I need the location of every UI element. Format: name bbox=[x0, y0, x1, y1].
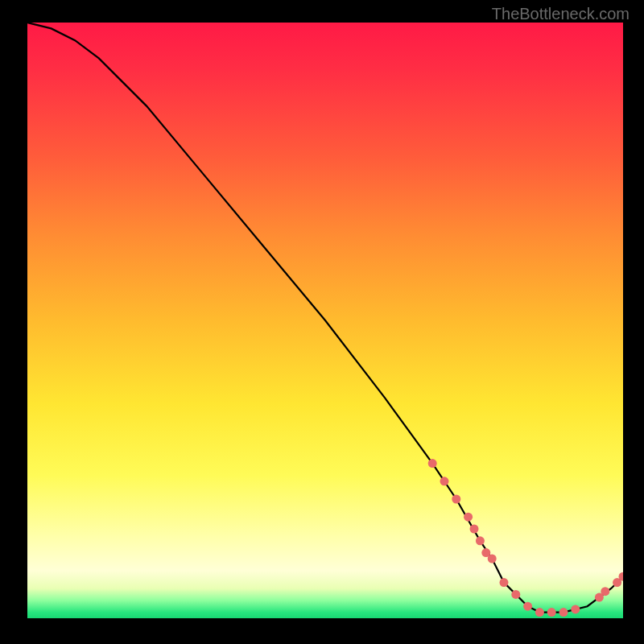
chart-plot-area bbox=[27, 23, 623, 618]
marker-dot bbox=[440, 477, 449, 485]
marker-dot bbox=[511, 590, 520, 599]
watermark-text: TheBottleneck.com bbox=[492, 5, 630, 23]
marker-dot bbox=[535, 608, 544, 617]
marker-dot bbox=[428, 459, 437, 468]
marker-dot bbox=[500, 578, 509, 587]
curve-line bbox=[27, 23, 623, 613]
marker-dot bbox=[571, 605, 580, 613]
chart-svg bbox=[27, 23, 623, 618]
marker-dot bbox=[559, 608, 568, 617]
marker-dot bbox=[523, 602, 532, 611]
marker-dot bbox=[476, 536, 485, 545]
marker-dot bbox=[488, 555, 497, 564]
curve-markers bbox=[428, 459, 623, 617]
marker-dot bbox=[547, 608, 556, 617]
marker-dot bbox=[464, 513, 473, 522]
marker-dot bbox=[601, 587, 609, 596]
marker-dot bbox=[452, 495, 460, 504]
marker-dot bbox=[470, 525, 479, 534]
